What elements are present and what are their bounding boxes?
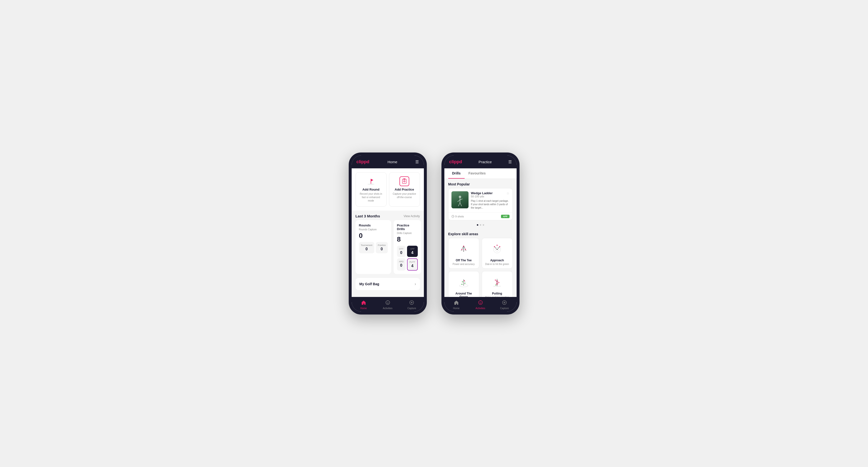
clippd-logo-2: clippd	[449, 159, 462, 164]
off-the-tee-desc: Power and accuracy	[452, 263, 476, 266]
add-round-icon-wrap	[366, 177, 376, 186]
svg-line-17	[460, 203, 462, 206]
svg-point-41	[464, 280, 465, 281]
drills-stat-box: Practice Drills Drills Capture 8 OTT 0 A…	[394, 220, 421, 274]
dot-1	[477, 224, 478, 226]
practice-nav-capture-label: Capture	[500, 307, 509, 310]
practice-menu-icon[interactable]: ☰	[508, 160, 512, 164]
favourite-star-icon[interactable]: ☆	[506, 191, 509, 195]
tournament-value: 0	[361, 247, 373, 251]
svg-line-15	[460, 199, 462, 200]
golfer-silhouette-icon	[456, 195, 464, 207]
svg-point-33	[494, 246, 495, 247]
skill-approach[interactable]: Approach Dial-in to hit the green	[482, 238, 513, 269]
wedge-ladder-card[interactable]: Wedge Ladder 50-100 yds ☆ Play 1 shot at…	[448, 188, 513, 220]
golf-flag-icon	[367, 177, 375, 186]
svg-point-40	[461, 284, 462, 285]
practice-nav-home-label: Home	[453, 307, 460, 310]
off-the-tee-title: Off The Tee	[452, 259, 476, 262]
practice-bottom-nav: Home Activities Capture	[444, 297, 517, 312]
practice-title: Practice	[478, 160, 492, 164]
practice-capture-nav-icon	[502, 300, 507, 307]
svg-point-34	[499, 246, 500, 247]
practice-nav-activities-label: Activities	[475, 307, 485, 310]
featured-img-inner	[452, 191, 468, 208]
clipboard-icon	[401, 178, 407, 184]
stats-header: Last 3 Months View Activity	[352, 211, 424, 220]
app-stat: APP 4	[407, 246, 418, 257]
view-activity-link[interactable]: View Activity	[404, 215, 420, 218]
practice-tabs-bar: Drills Favourites	[444, 168, 517, 179]
drills-sub-grid: OTT 0 APP 4 ARG 0 PUTT 4	[397, 246, 418, 271]
drill-badge: APP	[501, 215, 509, 218]
dot-3	[483, 224, 484, 226]
rounds-capture-label: Rounds Capture	[359, 228, 388, 231]
golf-bag-row[interactable]: My Golf Bag ›	[355, 278, 420, 290]
add-practice-card[interactable]: Add Practice Capture your practice off-t…	[389, 172, 420, 207]
nav-capture-label: Capture	[407, 307, 416, 310]
practice-nav-capture[interactable]: Capture	[492, 299, 517, 311]
nav-capture[interactable]: Capture	[400, 299, 424, 311]
off-the-tee-icon	[458, 243, 470, 255]
putt-label: PUTT	[409, 261, 415, 263]
nav-home[interactable]: Home	[352, 299, 376, 311]
home-header: clippd Home ☰	[352, 155, 424, 168]
nav-home-label: Home	[360, 307, 367, 310]
approach-icon-area	[485, 242, 509, 257]
add-practice-icon-wrap	[400, 177, 409, 186]
approach-desc: Dial-in to hit the green	[485, 263, 509, 266]
svg-point-24	[461, 249, 462, 250]
tab-drills[interactable]: Drills	[448, 168, 465, 179]
svg-point-47	[495, 284, 496, 285]
putt-value: 4	[409, 264, 415, 268]
phone-practice: clippd Practice ☰ Drills Favourites Most…	[441, 153, 520, 314]
phone-home: clippd Home ☰ Add Round Rec	[349, 153, 427, 314]
around-the-green-title: Around The Green	[452, 292, 476, 297]
rounds-stat-box: Rounds Rounds Capture 0 Tournament 0 Pra…	[355, 220, 391, 274]
last-3-months-label: Last 3 Months	[355, 214, 380, 218]
svg-line-16	[458, 203, 460, 206]
home-bottom-nav: Home Activities Capture	[352, 297, 424, 312]
add-round-card[interactable]: Add Round Record your shots in fast or e…	[355, 172, 386, 207]
arg-stat: ARG 0	[397, 258, 406, 271]
drills-capture-label: Drills Capture	[397, 232, 418, 235]
svg-point-39	[464, 283, 465, 284]
putt-stat: PUTT 4	[407, 258, 418, 271]
svg-line-14	[458, 200, 460, 202]
approach-title: Approach	[485, 259, 509, 262]
practice-nav-activities[interactable]: Activities	[468, 299, 492, 311]
off-the-tee-icon-area	[452, 242, 476, 257]
featured-drill-title: Wedge Ladder	[471, 191, 493, 195]
skill-around-the-green[interactable]: Around The Green Hone your short game	[448, 271, 479, 297]
practice-rounds-stat: Practice 0	[376, 242, 388, 253]
svg-point-12	[459, 196, 461, 198]
menu-icon[interactable]: ☰	[415, 160, 419, 164]
rounds-title: Rounds	[359, 223, 388, 227]
ott-stat: OTT 0	[397, 246, 406, 257]
practice-nav-home[interactable]: Home	[444, 299, 468, 311]
featured-drill-subtitle: 50-100 yds	[471, 195, 493, 198]
tab-favourites[interactable]: Favourites	[465, 168, 490, 179]
svg-point-26	[463, 246, 464, 247]
svg-point-46	[498, 282, 499, 283]
around-the-green-icon-area	[452, 275, 476, 290]
shots-count: 9 shots	[455, 215, 464, 218]
practice-activities-nav-icon	[478, 300, 483, 307]
arg-value: 0	[399, 263, 404, 268]
skill-off-the-tee[interactable]: Off The Tee Power and accuracy	[448, 238, 479, 269]
drills-total: 8	[397, 236, 418, 243]
home-screen-content: Add Round Record your shots in fast or e…	[352, 168, 424, 297]
stats-grid: Rounds Rounds Capture 0 Tournament 0 Pra…	[352, 220, 424, 278]
putting-icon-area	[485, 275, 509, 290]
capture-nav-icon	[409, 300, 414, 307]
clock-icon	[452, 215, 454, 218]
skill-putting[interactable]: Putting Make and lag practice	[482, 271, 513, 297]
nav-activities[interactable]: Activities	[376, 299, 400, 311]
dot-2	[480, 224, 481, 226]
explore-title: Explore skill areas	[444, 229, 517, 238]
shots-info: 9 shots	[452, 215, 464, 218]
chevron-right-icon: ›	[414, 282, 416, 286]
ott-value: 0	[399, 251, 404, 255]
svg-point-38	[462, 281, 463, 282]
svg-point-35	[497, 245, 498, 246]
